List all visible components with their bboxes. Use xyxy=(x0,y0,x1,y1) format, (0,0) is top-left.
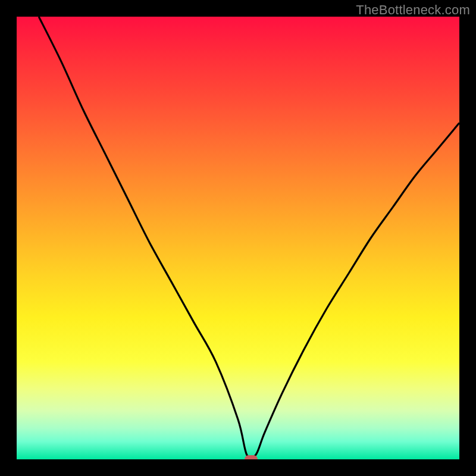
watermark-text: TheBottleneck.com xyxy=(356,2,470,18)
plot-area xyxy=(17,17,459,459)
chart-frame: TheBottleneck.com xyxy=(0,0,476,476)
optimum-marker xyxy=(245,455,258,459)
bottleneck-curve-path xyxy=(39,17,459,459)
curve-svg xyxy=(17,17,459,459)
